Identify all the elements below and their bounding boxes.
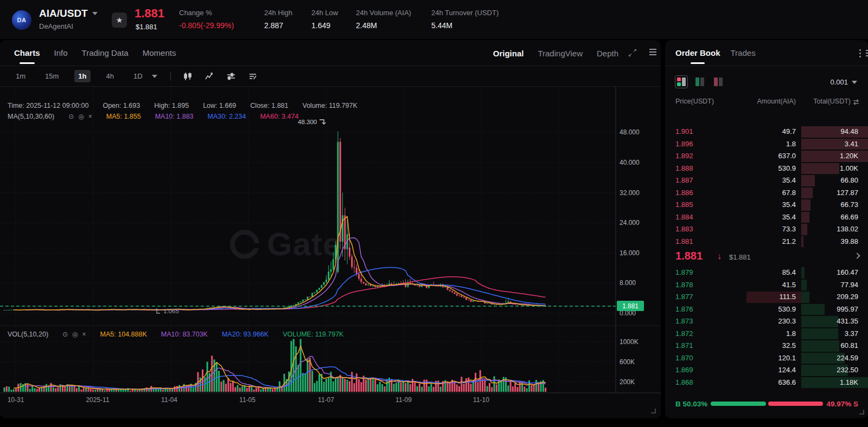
ohlc-item: High: 1.895 <box>154 102 189 109</box>
price-cell: 1.876 <box>675 305 693 313</box>
price-down-arrow-icon: ↓ <box>717 251 722 261</box>
bid-row[interactable]: 1.870120.1224.59 <box>665 352 868 365</box>
ask-row[interactable]: 1.88435.466.69 <box>665 211 868 224</box>
indicator-value: MA5: 1.855 <box>106 113 141 120</box>
chevron-right-icon[interactable] <box>854 253 860 258</box>
book-last-price: 1.881 <box>675 250 703 262</box>
indicator-value: MA60: 3.474 <box>260 113 298 120</box>
settings-sliders-icon[interactable] <box>226 72 236 81</box>
ma-legend: MA(5,10,30,60)⊙◎×MA5: 1.855MA10: 1.883MA… <box>8 113 298 120</box>
book-mode-asks-icon[interactable] <box>712 76 724 88</box>
ask-row[interactable]: 1.892637.01.20K <box>665 150 868 163</box>
bid-row[interactable]: 1.87132.560.81 <box>665 340 868 352</box>
bid-row[interactable]: 1.869124.4232.50 <box>665 364 868 377</box>
edit-list-icon[interactable] <box>248 72 258 81</box>
total-cell: 224.59 <box>837 354 858 362</box>
ask-row[interactable]: 1.90149.794.48 <box>665 126 868 138</box>
bid-row[interactable]: 1.8721.83.37 <box>665 328 868 340</box>
ask-row[interactable]: 1.88667.8127.87 <box>665 187 868 199</box>
tab-trading-data[interactable]: Trading Data <box>82 40 129 66</box>
depth-bar <box>801 163 839 174</box>
bid-row[interactable]: 1.873230.3431.35 <box>665 315 868 328</box>
tab-charts[interactable]: Charts <box>14 40 40 66</box>
book-mode-both-icon[interactable] <box>675 76 687 88</box>
total-cell: 1.20K <box>840 152 858 160</box>
indicator-value: MA30: 2.234 <box>208 113 246 120</box>
stat-label: 24h Low <box>311 9 338 17</box>
amount-cell: 230.3 <box>778 317 796 325</box>
ask-row[interactable]: 1.888530.91.00K <box>665 163 868 175</box>
depth-bar <box>801 316 838 327</box>
amount-cell: 120.1 <box>778 354 796 362</box>
panel-drag-icon[interactable] <box>866 50 868 56</box>
indicator-value: VOLUME: 119.797K <box>283 331 343 338</box>
ask-row[interactable]: 1.88121.239.88 <box>665 236 868 248</box>
price-axis-label: 32.000 <box>620 189 640 197</box>
price-axis-label: 24.000 <box>620 219 640 227</box>
depth-bar <box>801 175 815 186</box>
price-cell: 1.872 <box>675 329 693 338</box>
ask-row[interactable]: 1.88373.3138.02 <box>665 223 868 236</box>
bid-row[interactable]: 1.87841.577.94 <box>665 279 868 292</box>
chart-area[interactable]: Gate Time: 2025-11-12 09:00:00Open: 1.69… <box>0 87 661 418</box>
ask-row[interactable]: 1.88735.466.80 <box>665 174 868 187</box>
ask-row[interactable]: 1.8961.83.41 <box>665 138 868 151</box>
time-axis-label: 11-10 <box>473 396 489 404</box>
session-low-annotation: 1.065 <box>154 307 179 315</box>
total-cell: 232.50 <box>837 366 858 374</box>
price-cell: 1.870 <box>675 354 693 362</box>
view-tab-original[interactable]: Original <box>493 49 524 58</box>
timeframe-1D[interactable]: 1D <box>130 70 146 82</box>
asks-list: 1.90149.794.481.8961.83.411.892637.01.20… <box>665 126 868 248</box>
tab-order-book[interactable]: Order Book <box>675 40 720 66</box>
settings-icon[interactable]: ◎ <box>72 331 78 338</box>
indicator-controls: ⊙◎× <box>68 113 92 120</box>
precision-select[interactable]: 0.001 <box>830 78 857 86</box>
bid-row[interactable]: 1.87985.4160.47 <box>665 267 868 279</box>
ohlc-item: Close: 1.881 <box>250 102 288 109</box>
panel-resize-handle[interactable] <box>651 409 656 413</box>
timeframe-15m[interactable]: 15m <box>41 70 62 82</box>
price-cell: 1.896 <box>675 140 693 148</box>
pair-dropdown-caret[interactable] <box>92 12 98 15</box>
candlestick-style-icon[interactable] <box>183 72 193 81</box>
last-trade-row[interactable]: 1.881 ↓ $1.881 <box>665 248 868 267</box>
pair-symbol[interactable]: AIA/USDT <box>39 8 88 20</box>
col-amount: Amount(AIA) <box>757 98 796 105</box>
ohlc-legend: Time: 2025-11-12 09:00:00Open: 1.693High… <box>8 102 358 109</box>
price-axis-label: 40.000 <box>620 159 640 166</box>
tab-trades[interactable]: Trades <box>731 40 756 66</box>
ask-row[interactable]: 1.88535.466.73 <box>665 199 868 211</box>
timeframe-1m[interactable]: 1m <box>12 70 29 82</box>
tab-info[interactable]: Info <box>54 40 68 66</box>
ticker-stat: 24h High2.887 <box>264 9 292 30</box>
bid-row[interactable]: 1.876530.9995.97 <box>665 303 868 316</box>
visibility-icon[interactable]: ⊙ <box>68 113 74 120</box>
unit-swap-icon[interactable] <box>853 99 859 105</box>
bid-row[interactable]: 1.877111.5209.29 <box>665 291 868 303</box>
total-cell: 77.94 <box>840 281 858 289</box>
timeframe-4h[interactable]: 4h <box>103 70 118 82</box>
favorite-star-button[interactable]: ★ <box>112 12 127 28</box>
col-total: Total(USDT) <box>813 98 851 105</box>
remove-icon[interactable]: × <box>88 113 92 120</box>
ticker-stat: 24h Low1.649 <box>311 9 338 30</box>
price-cell: 1.884 <box>675 213 693 221</box>
bid-row[interactable]: 1.868636.61.18K <box>665 377 868 389</box>
view-tab-depth[interactable]: Depth <box>597 49 618 58</box>
visibility-icon[interactable]: ⊙ <box>62 331 68 338</box>
remove-icon[interactable]: × <box>82 331 86 338</box>
panel-menu-icon[interactable] <box>649 49 656 55</box>
stat-label: 24h Volume (AIA) <box>356 9 411 17</box>
order-book-menu-icon[interactable] <box>856 49 864 57</box>
fullscreen-icon[interactable]: ↗↙ <box>628 48 637 57</box>
settings-icon[interactable]: ◎ <box>78 113 84 120</box>
amount-cell: 636.6 <box>778 378 796 386</box>
book-mode-bids-icon[interactable] <box>694 76 706 88</box>
panel-resize-handle[interactable] <box>859 410 864 415</box>
amount-cell: 32.5 <box>782 341 796 350</box>
timeframe-1h[interactable]: 1h <box>74 70 90 82</box>
indicator-line-icon[interactable] <box>205 72 214 81</box>
tab-moments[interactable]: Moments <box>143 40 176 66</box>
view-tab-tradingview[interactable]: TradingView <box>538 49 583 58</box>
